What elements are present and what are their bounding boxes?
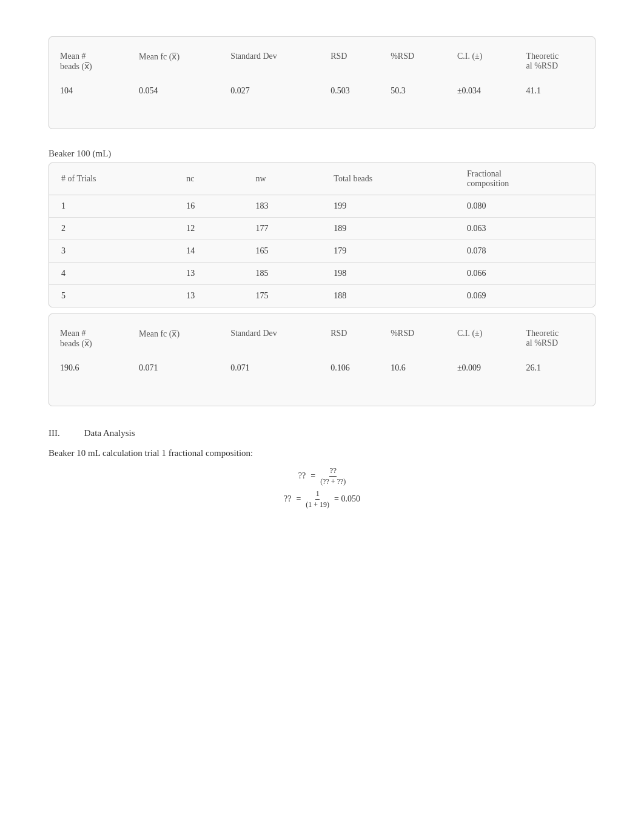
math-result: = 0.050 bbox=[334, 494, 360, 504]
col-header-pct-rsd2: %RSD bbox=[380, 321, 446, 356]
top-stats-wrapper: Mean #beads (x) Mean fc (x) Standard Dev… bbox=[49, 36, 595, 129]
col-header-mean-fc2: Mean fc (x) bbox=[128, 321, 220, 356]
math-eq1: = bbox=[310, 471, 315, 481]
trials-table-wrapper: # of Trials nc nw Total beads Fractional… bbox=[49, 163, 595, 307]
math-eq2: = bbox=[296, 494, 301, 504]
cell-ci2: ±0.009 bbox=[446, 356, 515, 380]
cell-total: 179 bbox=[321, 240, 455, 263]
col-header-rsd: RSD bbox=[320, 44, 380, 79]
trials-header-row: # of Trials nc nw Total beads Fractional… bbox=[49, 163, 595, 195]
fraction-2: 1 (1 + 19) bbox=[306, 489, 329, 509]
cell-nw: 175 bbox=[243, 285, 321, 307]
cell-rsd: 0.503 bbox=[320, 79, 380, 103]
math-block: ?? = ?? (?? + ??) ?? = 1 (1 + 19) = 0.05… bbox=[49, 466, 595, 509]
table-row: 2 12 177 189 0.063 bbox=[49, 218, 595, 240]
col-header-mean-beads2: Mean #beads (x) bbox=[49, 321, 128, 356]
fraction-1: ?? (?? + ??) bbox=[320, 466, 346, 486]
col-header-pct-rsd: %RSD bbox=[380, 44, 446, 79]
bottom-stats-table: Mean #beads (x) Mean fc (x) Standard Dev… bbox=[49, 321, 595, 398]
table-row: 1 16 183 199 0.080 bbox=[49, 195, 595, 218]
cell-nw: 165 bbox=[243, 240, 321, 263]
table-row: 190.6 0.071 0.071 0.106 10.6 ±0.009 26.1 bbox=[49, 356, 595, 380]
cell-total: 189 bbox=[321, 218, 455, 240]
cell-theoretical: 41.1 bbox=[515, 79, 595, 103]
cell-fc: 0.080 bbox=[455, 195, 595, 218]
col-header-rsd2: RSD bbox=[320, 321, 380, 356]
denominator-1: (?? + ??) bbox=[320, 477, 346, 486]
col-header-std-dev2: Standard Dev bbox=[220, 321, 320, 356]
col-header-nw: nw bbox=[243, 163, 321, 195]
cell-fc: 0.066 bbox=[455, 263, 595, 285]
cell-nc: 14 bbox=[174, 240, 243, 263]
numerator-1: ?? bbox=[329, 466, 337, 477]
math-lhs1: ?? bbox=[298, 471, 306, 481]
cell-total: 188 bbox=[321, 285, 455, 307]
col-header-total-beads: Total beads bbox=[321, 163, 455, 195]
denominator-2: (1 + 19) bbox=[306, 500, 329, 509]
math-line-2: ?? = 1 (1 + 19) = 0.050 bbox=[284, 489, 360, 509]
cell-trial: 2 bbox=[49, 218, 174, 240]
cell-trial: 3 bbox=[49, 240, 174, 263]
cell-trial: 1 bbox=[49, 195, 174, 218]
cell-mean-beads2: 190.6 bbox=[49, 356, 128, 380]
cell-rsd2: 0.106 bbox=[320, 356, 380, 380]
col-header-std-dev: Standard Dev bbox=[220, 44, 320, 79]
cell-fc: 0.063 bbox=[455, 218, 595, 240]
col-header-ci2: C.I. (±) bbox=[446, 321, 515, 356]
table-row: 104 0.054 0.027 0.503 50.3 ±0.034 41.1 bbox=[49, 79, 595, 103]
cell-theoretical2: 26.1 bbox=[515, 356, 595, 380]
cell-trial: 4 bbox=[49, 263, 174, 285]
cell-total: 199 bbox=[321, 195, 455, 218]
section-3: III. Data Analysis Beaker 10 mL calculat… bbox=[49, 428, 595, 509]
cell-nc: 16 bbox=[174, 195, 243, 218]
section-title: Data Analysis bbox=[84, 428, 135, 438]
trials-table: # of Trials nc nw Total beads Fractional… bbox=[49, 163, 595, 307]
cell-total: 198 bbox=[321, 263, 455, 285]
section-roman: III. bbox=[49, 428, 60, 438]
cell-ci: ±0.034 bbox=[446, 79, 515, 103]
cell-std-dev2: 0.071 bbox=[220, 356, 320, 380]
math-lhs2: ?? bbox=[284, 494, 291, 504]
col-header-ci: C.I. (±) bbox=[446, 44, 515, 79]
cell-pct-rsd: 50.3 bbox=[380, 79, 446, 103]
cell-trial: 5 bbox=[49, 285, 174, 307]
cell-fc: 0.069 bbox=[455, 285, 595, 307]
table-row: 4 13 185 198 0.066 bbox=[49, 263, 595, 285]
cell-nw: 183 bbox=[243, 195, 321, 218]
col-header-theoretical: Theoretical %RSD bbox=[515, 44, 595, 79]
col-header-mean-fc: Mean fc (x) bbox=[128, 44, 220, 79]
cell-nw: 185 bbox=[243, 263, 321, 285]
cell-nc: 12 bbox=[174, 218, 243, 240]
cell-mean-fc2: 0.071 bbox=[128, 356, 220, 380]
beaker100-label: Beaker 100 (mL) bbox=[49, 149, 595, 159]
bottom-stats-wrapper: Mean #beads (x) Mean fc (x) Standard Dev… bbox=[49, 314, 595, 406]
cell-nc: 13 bbox=[174, 285, 243, 307]
table-row: 3 14 165 179 0.078 bbox=[49, 240, 595, 263]
section-3-title: III. Data Analysis bbox=[49, 428, 595, 438]
numerator-2: 1 bbox=[315, 489, 320, 500]
cell-std-dev: 0.027 bbox=[220, 79, 320, 103]
col-header-mean-beads: Mean #beads (x) bbox=[49, 44, 128, 79]
cell-fc: 0.078 bbox=[455, 240, 595, 263]
math-line-1: ?? = ?? (?? + ??) bbox=[298, 466, 346, 486]
top-stats-table: Mean #beads (x) Mean fc (x) Standard Dev… bbox=[49, 44, 595, 121]
cell-pct-rsd2: 10.6 bbox=[380, 356, 446, 380]
col-header-nc: nc bbox=[174, 163, 243, 195]
cell-nw: 177 bbox=[243, 218, 321, 240]
cell-mean-fc: 0.054 bbox=[128, 79, 220, 103]
calc-label: Beaker 10 mL calculation trial 1 fractio… bbox=[49, 448, 595, 458]
table-row: 5 13 175 188 0.069 bbox=[49, 285, 595, 307]
col-header-trials: # of Trials bbox=[49, 163, 174, 195]
col-header-theoretical2: Theoretical %RSD bbox=[515, 321, 595, 356]
cell-nc: 13 bbox=[174, 263, 243, 285]
cell-mean-beads: 104 bbox=[49, 79, 128, 103]
col-header-frac-comp: Fractionalcomposition bbox=[455, 163, 595, 195]
